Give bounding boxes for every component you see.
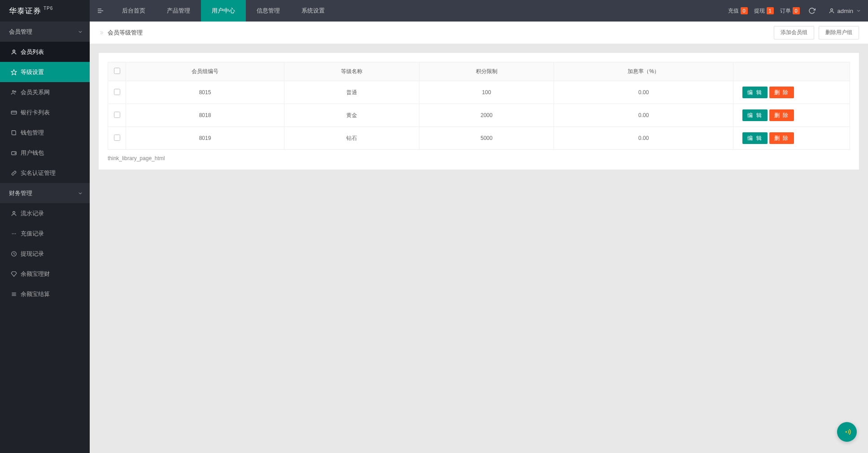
sidebar-item-label: 钱包管理 xyxy=(21,129,44,137)
page-header: 会员等级管理 添加会员组 删除用户组 xyxy=(90,22,868,44)
users-icon xyxy=(11,89,17,96)
page-title: 会员等级管理 xyxy=(108,29,143,37)
top-tab-2[interactable]: 用户中心 xyxy=(201,0,246,22)
col-actions xyxy=(733,62,850,81)
row-checkbox[interactable] xyxy=(114,135,120,141)
top-tab-4[interactable]: 系统设置 xyxy=(291,0,336,22)
breadcrumb: 会员等级管理 xyxy=(99,29,143,37)
sidebar-item-0-2[interactable]: 会员关系网 xyxy=(0,82,90,102)
svg-point-6 xyxy=(13,90,14,92)
col-points: 积分限制 xyxy=(419,62,554,81)
topbar: 华泰证券 TP6 后台首页产品管理用户中心信息管理系统设置 充值0提现1订单0 … xyxy=(0,0,868,22)
user-dropdown[interactable]: admin xyxy=(829,8,861,14)
cell-points: 2000 xyxy=(419,104,554,127)
star-icon xyxy=(11,69,17,75)
sidebar-item-0-5[interactable]: 用户钱包 xyxy=(0,143,90,163)
user-icon xyxy=(829,8,835,14)
brand-logo: 华泰证券 TP6 xyxy=(0,0,90,22)
sidebar-item-label: 会员列表 xyxy=(21,48,44,56)
card-icon xyxy=(11,109,17,116)
cell-name: 黄金 xyxy=(284,104,419,127)
menu-toggle-button[interactable] xyxy=(90,0,111,22)
row-checkbox[interactable] xyxy=(114,112,120,118)
stat-label: 充值 xyxy=(728,7,739,15)
pagination-note: think_library_page_html xyxy=(108,150,850,165)
sidebar-item-0-1[interactable]: 等级设置 xyxy=(0,62,90,82)
delete-user-group-button[interactable]: 删除用户组 xyxy=(819,26,859,39)
user-icon xyxy=(11,49,17,55)
stat-1[interactable]: 提现1 xyxy=(754,7,774,15)
top-tab-3[interactable]: 信息管理 xyxy=(246,0,291,22)
cell-id: 8015 xyxy=(126,81,284,104)
breadcrumb-icon xyxy=(99,30,104,35)
svg-point-3 xyxy=(830,9,833,11)
sidebar: 会员管理会员列表等级设置会员关系网银行卡列表钱包管理用户钱包实名认证管理财务管理… xyxy=(0,22,90,179)
stat-badge: 0 xyxy=(793,7,800,14)
sidebar-item-label: 用户钱包 xyxy=(21,149,44,157)
cell-name: 普通 xyxy=(284,81,419,104)
row-checkbox[interactable] xyxy=(114,89,120,95)
cell-rate: 0.00 xyxy=(554,104,733,127)
wallet-icon xyxy=(11,150,17,156)
sidebar-item-label: 等级设置 xyxy=(21,68,44,76)
refresh-icon xyxy=(808,7,816,14)
top-nav: 后台首页产品管理用户中心信息管理系统设置 xyxy=(111,0,728,22)
select-all-checkbox[interactable] xyxy=(114,68,120,74)
sidebar-item-label: 实名认证管理 xyxy=(21,169,56,177)
delete-button[interactable]: 删 除 xyxy=(769,132,794,144)
content-panel: 会员组编号 等级名称 积分限制 加息率（%） 8015普通1000.00编 辑删… xyxy=(99,53,859,170)
col-checkbox xyxy=(108,62,126,81)
chevron-double-right-icon xyxy=(99,30,104,35)
top-right: 充值0提现1订单0 admin xyxy=(728,5,868,17)
delete-button[interactable]: 删 除 xyxy=(769,109,794,121)
table-row: 8015普通1000.00编 辑删 除 xyxy=(108,81,850,104)
brand-name: 华泰证券 xyxy=(9,6,41,16)
table-row: 8019钻石50000.00编 辑删 除 xyxy=(108,127,850,150)
col-id: 会员组编号 xyxy=(126,62,284,81)
stat-badge: 0 xyxy=(741,7,748,14)
sidebar-group-label: 会员管理 xyxy=(9,28,32,36)
cell-name: 钻石 xyxy=(284,127,419,150)
add-member-group-button[interactable]: 添加会员组 xyxy=(774,26,814,39)
page-actions: 添加会员组 删除用户组 xyxy=(774,26,859,39)
sidebar-group-header-0[interactable]: 会员管理 xyxy=(0,22,90,42)
edit-button[interactable]: 编 辑 xyxy=(742,87,767,98)
svg-point-11 xyxy=(15,152,16,153)
col-name: 等级名称 xyxy=(284,62,419,81)
sidebar-item-0-4[interactable]: 钱包管理 xyxy=(0,122,90,143)
book-icon xyxy=(11,130,17,136)
svg-point-7 xyxy=(14,91,16,92)
top-tab-0[interactable]: 后台首页 xyxy=(111,0,156,22)
main-content: 会员等级管理 添加会员组 删除用户组 会员组编号 等级名称 积分限制 加息率（%… xyxy=(90,22,868,170)
stat-2[interactable]: 订单0 xyxy=(780,7,800,15)
cell-rate: 0.00 xyxy=(554,127,733,150)
stat-label: 订单 xyxy=(780,7,791,15)
col-rate: 加息率（%） xyxy=(554,62,733,81)
user-label: admin xyxy=(837,8,853,14)
cell-points: 5000 xyxy=(419,127,554,150)
edit-button[interactable]: 编 辑 xyxy=(742,132,767,144)
stat-0[interactable]: 充值0 xyxy=(728,7,748,15)
chevron-down-icon xyxy=(78,29,83,35)
edit-button[interactable]: 编 辑 xyxy=(742,109,767,121)
brand-sup: TP6 xyxy=(44,6,53,11)
cell-points: 100 xyxy=(419,81,554,104)
svg-rect-8 xyxy=(11,111,17,114)
link-icon xyxy=(11,170,17,176)
hamburger-icon xyxy=(97,7,104,14)
member-level-table: 会员组编号 等级名称 积分限制 加息率（%） 8015普通1000.00编 辑删… xyxy=(108,62,850,150)
refresh-button[interactable] xyxy=(806,5,818,17)
sidebar-item-0-6[interactable]: 实名认证管理 xyxy=(0,163,90,179)
stat-badge: 1 xyxy=(767,7,774,14)
svg-marker-5 xyxy=(11,70,17,75)
sidebar-item-0-0[interactable]: 会员列表 xyxy=(0,42,90,62)
sidebar-item-label: 银行卡列表 xyxy=(21,109,50,117)
cell-rate: 0.00 xyxy=(554,81,733,104)
sidebar-item-label: 会员关系网 xyxy=(21,88,50,96)
svg-point-4 xyxy=(13,50,15,52)
sidebar-item-0-3[interactable]: 银行卡列表 xyxy=(0,102,90,122)
table-row: 8018黄金20000.00编 辑删 除 xyxy=(108,104,850,127)
cell-id: 8019 xyxy=(126,127,284,150)
delete-button[interactable]: 删 除 xyxy=(769,87,794,98)
top-tab-1[interactable]: 产品管理 xyxy=(156,0,201,22)
